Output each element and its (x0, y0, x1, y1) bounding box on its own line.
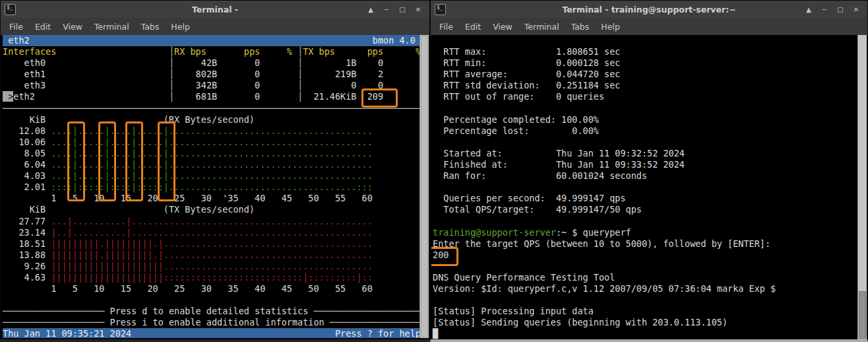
maximize-button[interactable]: □ (398, 6, 407, 13)
shade-button[interactable]: ▲ (804, 6, 813, 13)
terminal-text: │ (169, 80, 174, 90)
terminal-line: ─────────────────── Press d to enable de… (3, 306, 429, 317)
terminal-line: RTT min: 0.000128 sec (433, 57, 776, 69)
terminal-text: 681B 0 (174, 91, 297, 102)
terminal-text: █ (433, 328, 438, 339)
terminal-line: 4.03 ....|.....|....|.....|.............… (3, 170, 429, 182)
terminal-line: 1 5 10 15 20 25 30 '35 40 45 50 55 60 (3, 193, 429, 204)
terminal-text: │ (169, 57, 174, 68)
scrollbar-thumb-right[interactable] (859, 291, 866, 339)
terminal-text: Queries per second: 49.999147 qps (433, 193, 626, 203)
menu-file[interactable]: File (3, 22, 29, 32)
terminal-window-bmon: $_ Terminal - ▲ − □ ✕ File Edit View Ter… (0, 0, 430, 339)
terminal-line (433, 182, 776, 193)
terminal-text: 1B 0 (303, 57, 383, 68)
terminal-app-icon[interactable]: $_ (435, 4, 446, 15)
close-button[interactable]: ✕ (414, 6, 423, 13)
terminal-line (433, 35, 776, 46)
terminal-text: 9.26 (3, 261, 51, 271)
terminal-text: │ (169, 91, 174, 102)
terminal-text: RX bps pps % (174, 46, 292, 57)
titlebar-right[interactable]: $_ Terminal - training@support-server:~ … (431, 1, 867, 18)
shade-button[interactable]: ▲ (366, 6, 375, 13)
terminal-line: eth1 │ 802B 0 │ 219B 2 (3, 69, 429, 80)
terminal-app-icon[interactable]: $_ (5, 4, 16, 15)
menu-help[interactable]: Help (595, 22, 626, 32)
terminal-line: eth3 │ 342B 0 │ 0 0 (3, 80, 429, 91)
terminal-text: 23.14 (3, 227, 51, 238)
terminal-text: ─────────────────── (330, 317, 429, 327)
terminal-icon-glyph: $_ (435, 5, 443, 11)
terminal-text: training@support-server (433, 227, 556, 238)
terminal-line: ────────────────────────────────────────… (3, 103, 429, 114)
terminal-icon-glyph: $_ (5, 5, 13, 11)
terminal-text: Finished at: Thu Jan 11 09:33:52 2024 (433, 159, 685, 170)
terminal-line (433, 294, 776, 306)
scrollbar-thumb-left[interactable] (421, 36, 428, 337)
terminal-text: 12.08 (3, 125, 51, 136)
terminal-text: │ (297, 80, 303, 90)
menu-edit[interactable]: Edit (459, 22, 487, 32)
scrollbar-left[interactable] (419, 35, 429, 338)
terminal-line: 23.14 |..|..........|...................… (3, 227, 429, 238)
terminal-text: eth2 (13, 91, 169, 102)
terminal-text: Percentage completed: 100.00% (433, 114, 599, 125)
terminal-text: 342B 0 (174, 80, 297, 90)
terminal-line: 10.06 ....|.....|....|.....|............… (3, 137, 429, 148)
terminal-screen-queryperf[interactable]: RTT max: 1.808651 sec RTT min: 0.000128 … (431, 35, 867, 339)
menu-tabs[interactable]: Tabs (565, 22, 596, 32)
terminal-line: 1 5 10 15 20 25 30 35 40 45 50 55 60 (3, 283, 429, 294)
terminal-window-queryperf: $_ Terminal - training@support-server:~ … (430, 0, 868, 342)
menu-terminal[interactable]: Terminal (518, 22, 565, 32)
terminal-text: RTT out of range: 0 queries (433, 91, 604, 102)
menu-file[interactable]: File (433, 22, 459, 32)
window-title: Terminal - training@support-server:~ (431, 5, 867, 15)
terminal-text: ─────────────────── (3, 306, 104, 316)
terminal-text: 1 5 10 15 20 25 30 35 40 45 50 55 60 (3, 283, 373, 294)
menu-edit[interactable]: Edit (29, 22, 57, 32)
terminal-text: Thu Jan 11 09:35:21 2024 Press ? for hel… (3, 328, 421, 338)
terminal-text: Press d to enable detailed statistics (104, 306, 313, 316)
menu-help[interactable]: Help (165, 22, 196, 32)
terminal-text: │ (297, 91, 303, 102)
terminal-text: Total QPS/target: 49.999147/50 qps (433, 204, 642, 215)
terminal-text: [Status] Sending queries (beginning with… (433, 317, 728, 327)
terminal-line: 18.51 |||||||||.|||||||||.|.............… (3, 238, 429, 250)
terminal-text: 21.46KiB 209 (303, 91, 383, 102)
terminal-text: 0 0 (303, 80, 383, 90)
titlebar-left[interactable]: $_ Terminal - ▲ − □ ✕ (1, 1, 429, 18)
menu-tabs[interactable]: Tabs (135, 22, 166, 32)
terminal-text: :~ $ queryperf (556, 227, 631, 238)
terminal-text: eth1 (3, 69, 169, 79)
terminal-text: > (3, 91, 13, 102)
scrollbar-right[interactable] (857, 35, 867, 339)
terminal-text: ....|.....|....|.....|..................… (51, 170, 373, 181)
terminal-line: RTT out of range: 0 queries (433, 91, 776, 102)
terminal-line: [Status] Sending queries (beginning with… (433, 317, 776, 328)
terminal-text: 42B 0 (174, 57, 297, 68)
menu-view[interactable]: View (487, 22, 518, 32)
terminal-line (433, 261, 776, 272)
close-button[interactable]: ✕ (852, 6, 861, 13)
menu-view[interactable]: View (57, 22, 88, 32)
terminal-line (433, 216, 776, 227)
terminal-line (433, 137, 776, 148)
terminal-text: 13.88 (3, 250, 51, 260)
terminal-text: |||||||||.|||||||||.|...................… (51, 250, 373, 260)
menu-terminal[interactable]: Terminal (88, 22, 135, 32)
terminal-line: 12.08 ....|.....|....|.....|............… (3, 125, 429, 137)
minimize-button[interactable]: − (382, 6, 391, 13)
minimize-button[interactable]: − (820, 6, 829, 13)
terminal-line: training@support-server:~ $ queryperf (433, 227, 776, 238)
terminal-text: ....|.....|....|.....|..................… (51, 125, 373, 136)
menubar-right: File Edit View Terminal Tabs Help (431, 18, 867, 36)
terminal-text: │ (169, 46, 174, 57)
terminal-screen-bmon[interactable]: eth2 bmon 4.0Interfaces │RX bps pps % │T… (1, 35, 429, 338)
terminal-line (433, 103, 776, 114)
terminal-text: Ran for: 60.001024 seconds (433, 170, 647, 181)
maximize-button[interactable]: □ (836, 6, 845, 13)
terminal-line: [Status] Processing input data (433, 306, 776, 317)
terminal-line: Queries per second: 49.999147 qps (433, 193, 776, 204)
terminal-line: Thu Jan 11 09:35:21 2024 Press ? for hel… (3, 328, 429, 338)
terminal-line: █ (433, 328, 776, 339)
